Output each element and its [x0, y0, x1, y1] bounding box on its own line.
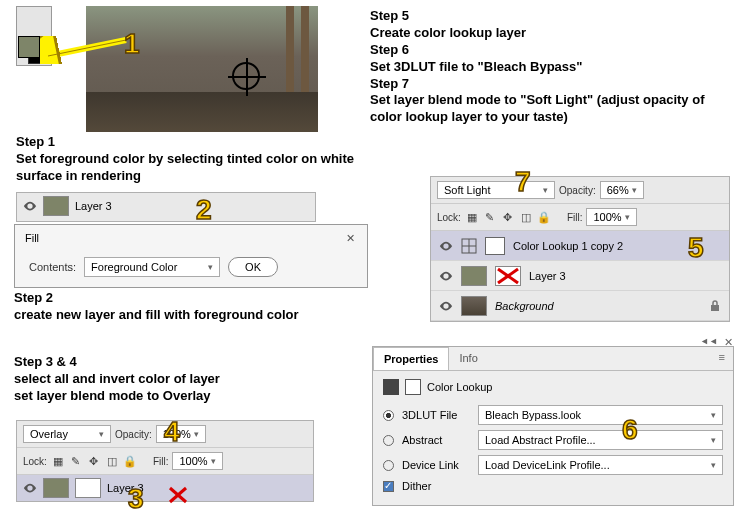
- chevron-down-icon: ▾: [194, 429, 199, 439]
- properties-title: Color Lookup: [427, 381, 492, 393]
- eyedropper-crosshair-icon: [232, 62, 260, 90]
- layers-panel-snippet: Layer 3: [16, 192, 316, 222]
- lock-move-icon[interactable]: ✥: [87, 454, 101, 468]
- layer-row-layer3[interactable]: Layer 3: [431, 261, 729, 291]
- abstract-value: Load Abstract Profile...: [485, 434, 596, 446]
- tab-info[interactable]: Info: [449, 347, 487, 370]
- lock-icon: [709, 300, 721, 312]
- layer-thumb: [43, 478, 69, 498]
- chevron-down-icon: ▾: [711, 460, 716, 470]
- badge-5: 5: [688, 232, 704, 264]
- layer-name: Background: [495, 300, 554, 312]
- layer-name: Layer 3: [75, 200, 112, 212]
- chevron-down-icon: ▾: [99, 429, 104, 439]
- badge-6: 6: [622, 414, 638, 446]
- tab-properties[interactable]: Properties: [373, 347, 449, 370]
- lock-label: Lock:: [23, 456, 47, 467]
- fill-value: 100%: [593, 211, 621, 223]
- visibility-eye-icon[interactable]: [439, 299, 453, 313]
- radio-3dlut[interactable]: [383, 410, 394, 421]
- opacity-label: Opacity:: [115, 429, 152, 440]
- radio-abstract[interactable]: [383, 435, 394, 446]
- step-title: Step 2: [14, 290, 364, 307]
- adjustment-icon: [461, 238, 477, 254]
- lock-transparency-icon[interactable]: ▦: [51, 454, 65, 468]
- fill-label: Fill:: [567, 212, 583, 223]
- step-title: Step 1: [16, 134, 366, 151]
- opacity-select[interactable]: 66% ▾: [600, 181, 644, 199]
- lock-all-icon[interactable]: 🔒: [123, 454, 137, 468]
- blend-mode-select[interactable]: Overlay ▾: [23, 425, 111, 443]
- opacity-value: 66%: [607, 184, 629, 196]
- lock-brush-icon[interactable]: ✎: [69, 454, 83, 468]
- 3dlut-select[interactable]: Bleach Bypass.look ▾: [478, 405, 723, 425]
- layer-row[interactable]: Layer 3: [17, 193, 315, 219]
- layer-thumb: [461, 266, 487, 286]
- dialog-title: Fill: [25, 232, 39, 244]
- step-2-text: Step 2 create new layer and fill with fo…: [14, 290, 364, 324]
- layer-row[interactable]: Layer 3: [17, 475, 313, 501]
- chevron-down-icon: ▾: [543, 185, 548, 195]
- lock-move-icon[interactable]: ✥: [501, 210, 515, 224]
- chevron-down-icon: ▾: [625, 212, 630, 222]
- abstract-select[interactable]: Load Abstract Profile... ▾: [478, 430, 723, 450]
- properties-panel: Properties Info ≡ Color Lookup 3DLUT Fil…: [372, 346, 734, 506]
- steps-right-text: Step 5 Create color lookup layer Step 6 …: [370, 8, 730, 126]
- badge-7: 7: [515, 166, 531, 198]
- step-body-1: select all and invert color of layer: [14, 371, 364, 388]
- step-title: Step 7: [370, 76, 730, 93]
- layer-name: Layer 3: [529, 270, 566, 282]
- contents-value: Foreground Color: [91, 261, 177, 273]
- layer-mask-thumb: [485, 237, 505, 255]
- badge-1: 1: [124, 28, 140, 60]
- step-body-2: set layer blend mode to Overlay: [14, 388, 364, 405]
- step-body: Create color lookup layer: [370, 25, 730, 42]
- chevron-down-icon: ▾: [211, 456, 216, 466]
- visibility-eye-icon[interactable]: [23, 481, 37, 495]
- contents-select[interactable]: Foreground Color ▾: [84, 257, 220, 277]
- lock-crop-icon[interactable]: ◫: [519, 210, 533, 224]
- blend-mode-value: Overlay: [30, 428, 68, 440]
- layer-name: Color Lookup 1 copy 2: [513, 240, 623, 252]
- foreground-swatch[interactable]: [18, 36, 40, 58]
- lock-crop-icon[interactable]: ◫: [105, 454, 119, 468]
- step-body: Set layer blend mode to "Soft Light" (ad…: [370, 92, 730, 126]
- svg-rect-9: [711, 305, 719, 311]
- lock-brush-icon[interactable]: ✎: [483, 210, 497, 224]
- badge-3: 3: [128, 483, 144, 513]
- 3dlut-value: Bleach Bypass.look: [485, 409, 581, 421]
- checkbox-dither[interactable]: [383, 481, 394, 492]
- fill-label: Fill:: [153, 456, 169, 467]
- ok-button[interactable]: OK: [228, 257, 278, 277]
- panel-menu-icon[interactable]: ≡: [711, 347, 733, 370]
- step-body: create new layer and fill with foregroun…: [14, 307, 364, 324]
- fill-value: 100%: [179, 455, 207, 467]
- lock-all-icon[interactable]: 🔒: [537, 210, 551, 224]
- fill-select[interactable]: 100% ▾: [172, 452, 222, 470]
- lock-transparency-icon[interactable]: ▦: [465, 210, 479, 224]
- devicelink-label: Device Link: [402, 459, 470, 471]
- step-title: Step 3 & 4: [14, 354, 364, 371]
- layer-row-background[interactable]: Background: [431, 291, 729, 321]
- visibility-eye-icon[interactable]: [439, 269, 453, 283]
- visibility-eye-icon[interactable]: [23, 199, 37, 213]
- layer-row-colorlookup[interactable]: Color Lookup 1 copy 2: [431, 231, 729, 261]
- step-body: Set foreground color by selecting tinted…: [16, 151, 366, 185]
- chevron-down-icon: ▾: [208, 262, 213, 272]
- close-icon[interactable]: ✕: [343, 231, 357, 245]
- contents-label: Contents:: [29, 261, 76, 273]
- layer-mask-thumb: [495, 266, 521, 286]
- radio-devicelink[interactable]: [383, 460, 394, 471]
- 3dlut-label: 3DLUT File: [402, 409, 470, 421]
- layer-thumb: [461, 296, 487, 316]
- blend-mode-select[interactable]: Soft Light ▾: [437, 181, 555, 199]
- red-x-annotation: [496, 267, 520, 285]
- fill-dialog: Fill ✕ Contents: Foreground Color ▾ OK: [14, 224, 368, 288]
- devicelink-select[interactable]: Load DeviceLink Profile... ▾: [478, 455, 723, 475]
- fill-select[interactable]: 100% ▾: [586, 208, 636, 226]
- badge-2: 2: [196, 194, 212, 226]
- colorlookup-icon: [383, 379, 399, 395]
- visibility-eye-icon[interactable]: [439, 239, 453, 253]
- chevron-down-icon: ▾: [711, 435, 716, 445]
- lock-label: Lock:: [437, 212, 461, 223]
